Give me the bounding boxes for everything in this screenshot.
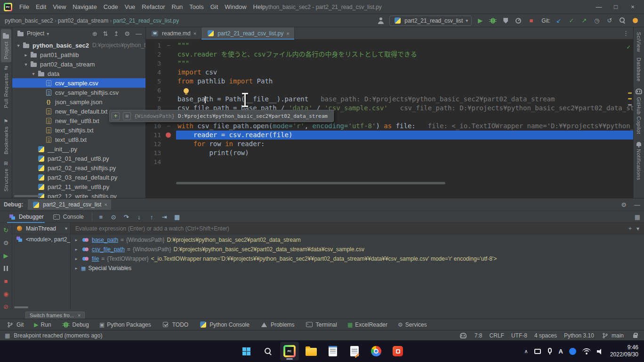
tree-item-csv-sample-shiftjis-csv[interactable]: csv_sample_shiftjis.csv bbox=[12, 88, 145, 97]
view-options-button[interactable]: ≡ bbox=[96, 214, 106, 221]
code-line-8[interactable]: 8csv_file_path = base_path / 'data' / 'c… bbox=[146, 104, 633, 113]
horizontal-scrollbar[interactable] bbox=[14, 195, 41, 197]
stripe-button-bookmarks[interactable]: ⚑Bookmarks bbox=[2, 115, 10, 157]
code-line-11[interactable]: 11 reader = csv.reader(file) bbox=[146, 131, 633, 140]
tab-close-icon[interactable]: × bbox=[193, 31, 196, 36]
add-watch-icon[interactable]: + bbox=[628, 225, 632, 232]
code-line-1[interactable]: 1−""" bbox=[146, 41, 633, 50]
tree-item-part01-pathlib[interactable]: ▸part01_pathlib bbox=[12, 50, 145, 59]
menu-refactor[interactable]: Refactor bbox=[138, 1, 168, 12]
toolwindow-button-python-console[interactable]: Python Console bbox=[199, 321, 250, 329]
menu-tools[interactable]: Tools bbox=[186, 1, 207, 12]
thread-selector[interactable]: MainThread ▾ bbox=[12, 223, 70, 234]
microphone-icon[interactable] bbox=[548, 348, 552, 353]
debug-button-icon[interactable] bbox=[489, 17, 497, 25]
code-line-12[interactable]: 12 for row in reader: bbox=[146, 140, 633, 148]
toolwindow-button-terminal[interactable]: Terminal bbox=[305, 321, 337, 329]
chevron-right-icon[interactable]: ▸ bbox=[74, 247, 79, 252]
menu-vue[interactable]: Vue bbox=[121, 1, 139, 12]
code-editor[interactable]: 1−"""2csv.reader を使うと、csvファイル内の各行の中身をリスト… bbox=[146, 40, 633, 198]
search-everywhere-button-icon[interactable] bbox=[618, 17, 627, 25]
taskbar-pycharm-icon[interactable]: PC bbox=[280, 342, 299, 361]
indent-style[interactable]: 4 spaces bbox=[534, 332, 557, 339]
tree-item-part2-01-read-utf8-py[interactable]: part2_01_read_utf8.py bbox=[12, 154, 145, 163]
analysis-marker[interactable] bbox=[628, 98, 632, 99]
close-icon[interactable]: × bbox=[104, 202, 107, 207]
project-panel-title[interactable]: Project bbox=[27, 30, 44, 37]
stripe-button-project[interactable]: Project bbox=[1, 29, 11, 62]
stripe-button-sciview[interactable]: SciView bbox=[635, 29, 643, 55]
intention-bulb-icon[interactable] bbox=[184, 88, 189, 93]
debugger-settings-button[interactable]: ⚙ bbox=[2, 239, 10, 247]
line-separator[interactable]: CRLF bbox=[490, 332, 504, 339]
breadcrumb-item-python-basic-sec2[interactable]: python_basic_sec2 bbox=[5, 17, 53, 24]
analysis-marker[interactable] bbox=[628, 92, 632, 94]
rollback-button[interactable]: ↺ bbox=[605, 17, 614, 24]
step-out-button[interactable]: ↑ bbox=[147, 214, 157, 221]
watch-input[interactable]: Evaluate expression (Enter) or add a wat… bbox=[71, 223, 644, 234]
breakpoint-dot[interactable] bbox=[161, 131, 176, 140]
breadcrumb-item-part2-21-read-csv-list-py[interactable]: part2_21_read_csv_list.py bbox=[113, 17, 179, 24]
tree-item-new-file-default-txt[interactable]: new_file_default.txt bbox=[12, 107, 145, 116]
variable-row-special-variables[interactable]: ▸▦Special Variables bbox=[71, 263, 644, 273]
chevron-down-icon[interactable]: ▾ bbox=[23, 62, 29, 67]
copilot-status-icon[interactable] bbox=[459, 332, 467, 339]
profiler-button-icon[interactable] bbox=[514, 17, 523, 25]
toolwindow-button-excelreader[interactable]: ▦ExcelReader bbox=[347, 321, 387, 328]
tree-item-data[interactable]: ▾data bbox=[12, 69, 145, 78]
toolwindow-button-services[interactable]: ⚙Services bbox=[398, 321, 427, 328]
inspections-ok-icon[interactable]: ✓ bbox=[627, 43, 630, 50]
tab-part2-21-read-csv-list-py[interactable]: part2_21_read_csv_list.py× bbox=[201, 27, 295, 39]
run-config-selector[interactable]: part2_21_read_csv_list▾ bbox=[389, 16, 472, 26]
toolwindows-toggle-icon[interactable]: ▦ bbox=[5, 332, 10, 339]
rerun-button[interactable]: ↻ bbox=[2, 227, 10, 234]
tree-item-text-utf8-txt[interactable]: text_utf8.txt bbox=[12, 135, 145, 144]
taskbar-clock[interactable]: 9:462022/09/30 bbox=[610, 344, 638, 358]
taskbar-notepad-icon[interactable] bbox=[323, 342, 342, 361]
close-icon[interactable]: × bbox=[78, 313, 80, 318]
chevron-down-icon[interactable]: ▾ bbox=[30, 71, 37, 76]
menu-view[interactable]: View bbox=[49, 1, 69, 12]
code-line-4[interactable]: 4import csv bbox=[146, 68, 633, 77]
toolwindow-button-python-packages[interactable]: ▣Python Packages bbox=[99, 321, 151, 328]
chevron-down-icon[interactable]: ▾ bbox=[636, 225, 639, 232]
menu-window[interactable]: Window bbox=[221, 1, 250, 12]
scroll-from-source-button[interactable]: ⇅ bbox=[103, 30, 108, 37]
tree-item-json-sample-json[interactable]: {}json_sample.json bbox=[12, 97, 145, 107]
show-execution-point-button[interactable]: ⊙ bbox=[109, 214, 119, 221]
variable-row-csv-file-path[interactable]: ▸csv_file_path={WindowsPath}D:¥projects¥… bbox=[71, 245, 644, 254]
taskbar-search-icon[interactable] bbox=[258, 342, 277, 361]
chevron-right-icon[interactable]: ▸ bbox=[74, 256, 79, 261]
code-line-5[interactable]: 5from pathlib import Path bbox=[146, 77, 633, 86]
tree-item-part2-02-read-shiftjis-py[interactable]: part2_02_read_shiftjis.py bbox=[12, 163, 145, 173]
toolwindow-button-git[interactable]: Git bbox=[6, 321, 24, 329]
code-line-10[interactable]: 10−with csv_file_path.open(mode='r', enc… bbox=[146, 122, 633, 131]
code-line-14[interactable]: 14 bbox=[146, 157, 633, 166]
step-into-button[interactable]: ↓ bbox=[134, 214, 144, 221]
tab-close-icon[interactable]: × bbox=[286, 31, 289, 36]
code-line-9[interactable]: 9 bbox=[146, 113, 633, 122]
run-to-cursor-button[interactable]: ⇥ bbox=[160, 214, 169, 221]
tree-item-part2-11-write-utf8-py[interactable]: part2_11_write_utf8.py bbox=[12, 182, 145, 191]
code-line-7[interactable]: 7base_path = Path(__file__).parentbase_p… bbox=[146, 95, 633, 104]
stop-button[interactable]: ■ bbox=[527, 17, 535, 24]
collapse-all-button[interactable]: ↥ bbox=[113, 30, 119, 37]
python-interpreter[interactable]: Python 3.10 bbox=[564, 332, 594, 339]
menu-code[interactable]: Code bbox=[100, 1, 121, 12]
taskbar-chrome-icon[interactable] bbox=[367, 342, 386, 361]
history-button[interactable]: ◷ bbox=[593, 17, 601, 24]
view-breakpoints-button[interactable]: ◉ bbox=[2, 290, 10, 297]
debug-tab-console[interactable]: Console bbox=[48, 211, 88, 222]
file-encoding[interactable]: UTF-8 bbox=[511, 332, 527, 339]
taskbar-file-explorer-icon[interactable] bbox=[302, 342, 321, 361]
toolwindow-button-run[interactable]: ▶Run bbox=[34, 321, 51, 328]
menu-navigate[interactable]: Navigate bbox=[69, 1, 100, 12]
taskbar-start-icon[interactable] bbox=[237, 342, 256, 361]
git-branch-widget[interactable]: main bbox=[601, 332, 624, 339]
wifi-icon[interactable] bbox=[582, 348, 591, 354]
switch-frames-tab[interactable]: Switch frames fro... × bbox=[25, 312, 85, 319]
caret-position[interactable]: 7:8 bbox=[475, 332, 483, 339]
mute-breakpoints-button[interactable]: ⊘ bbox=[2, 303, 10, 310]
tab-readme-md[interactable]: Mreadme.md× bbox=[146, 27, 201, 39]
tree-item-new-file-utf8-txt[interactable]: new_file_utf8.txt bbox=[12, 116, 145, 125]
